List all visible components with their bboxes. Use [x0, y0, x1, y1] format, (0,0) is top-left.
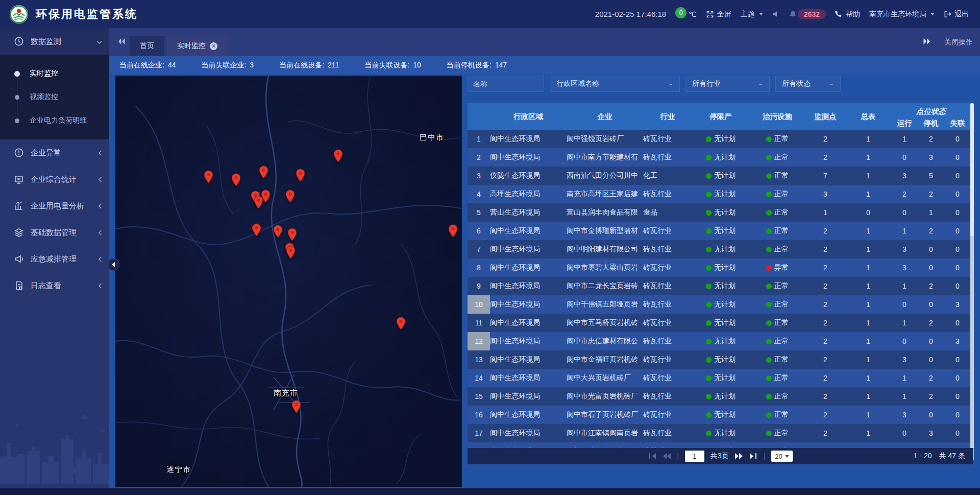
stat-item: 当前停机设备:147 [447, 61, 507, 70]
tabs-scroll-left-button[interactable] [117, 38, 126, 47]
sound-button[interactable] [772, 10, 780, 18]
sidebar-item[interactable]: 日志查看 [0, 272, 109, 299]
tabs-scroll-right-button[interactable] [923, 38, 931, 46]
sidebar-subitem[interactable]: 视频监控 [0, 85, 109, 109]
cell-facility: 正常 [749, 410, 805, 419]
table-row[interactable]: 13阆中生态环境局阆中市金福旺页岩机砖砖瓦行业无计划正常21300 [468, 350, 971, 369]
table-row[interactable]: 16阆中生态环境局阆中市石子页岩机砖厂砖瓦行业无计划正常21300 [468, 406, 971, 424]
table-row[interactable]: 4高坪生态环境局南充市高坪区王家店建砖瓦行业无计划正常31220 [468, 185, 971, 203]
org-dropdown[interactable]: 南充市生态环境局 [869, 10, 935, 19]
region-filter-select[interactable]: 行政区域名称⌄ [550, 76, 680, 92]
cell-run: 2 [891, 190, 918, 198]
table-row[interactable]: 11阆中生态环境局阆中市五马桥页岩机砖砖瓦行业无计划正常21120 [468, 314, 971, 332]
sidebar-item[interactable]: 企业用电量分析 [0, 193, 109, 219]
table-row[interactable]: 14阆中生态环境局阆中大兴页岩机砖厂砖瓦行业无计划正常21120 [468, 369, 971, 387]
notifications-button[interactable]: 2632 [789, 9, 826, 19]
name-filter-input[interactable] [468, 76, 544, 92]
sidebar-subitem[interactable]: 企业电力负荷明细 [0, 109, 109, 132]
map-pin-icon[interactable] [285, 190, 295, 203]
sidebar-item[interactable]: 数据监测 [0, 28, 109, 55]
row-index: 7 [468, 240, 490, 258]
page-number-input[interactable] [685, 451, 704, 462]
table-row[interactable]: 6阆中生态环境局阆中市金博瑞新型墙材砖瓦行业无计划正常21120 [468, 222, 971, 240]
sidebar-item[interactable]: 基础数据管理 [0, 219, 109, 246]
status-dot [766, 394, 772, 399]
map-pin-icon[interactable] [291, 400, 301, 414]
cell-facility: 正常 [749, 153, 805, 162]
cell-region: 阆中生态环境局 [490, 153, 567, 162]
cell-stop: 0 [918, 264, 944, 272]
map-pin-icon[interactable] [254, 196, 263, 209]
status-dot [706, 210, 712, 216]
tab-item[interactable]: 首页 [130, 36, 164, 56]
table-row[interactable]: 10阆中生态环境局阆中千佛镇五郎垭页岩砖瓦行业无计划正常21003 [468, 295, 971, 314]
cell-company: 阆中市江南镇阆南页岩 [567, 429, 643, 438]
map-pin-icon[interactable] [333, 149, 343, 163]
map-pin-icon[interactable] [396, 317, 406, 331]
table-row[interactable]: 5营山生态环境局营山县润丰肉食品有限食品无计划正常10010 [468, 203, 971, 222]
map-pin-icon[interactable] [252, 223, 261, 237]
cell-stop: 0 [918, 356, 944, 364]
row-index: 8 [468, 258, 490, 277]
sidebar-item[interactable]: 企业异常 [0, 139, 109, 166]
industry-filter-select[interactable]: 所有行业⌄ [685, 76, 770, 92]
cell-facility: 正常 [749, 208, 805, 217]
page-size-select[interactable]: 20 [771, 451, 792, 462]
sidebar-subitem[interactable]: 实时监控 [0, 62, 109, 85]
fullscreen-button[interactable]: 全屏 [706, 10, 731, 19]
cell-industry: 砖瓦行业 [643, 263, 692, 272]
cell-points: 2 [805, 356, 845, 364]
cell-stop: 2 [918, 282, 944, 290]
sidebar-item[interactable]: 企业综合统计 [0, 166, 109, 193]
last-page-button[interactable] [749, 453, 757, 459]
table-row[interactable]: 17阆中生态环境局阆中市江南镇阆南页岩砖瓦行业无计划正常21030 [468, 424, 971, 442]
main-area: 首页实时监控✕ 关闭操作 当前在线企业:44当前失联企业:3当前在线设备:211… [109, 28, 980, 488]
next-page-button[interactable] [735, 453, 743, 459]
map-pin-icon[interactable] [204, 170, 213, 184]
table-row[interactable]: 7阆中生态环境局阆中明阳建材有限公司砖瓦行业无计划正常21300 [468, 240, 971, 258]
map-pin-icon[interactable] [231, 173, 241, 187]
status-dot [766, 155, 772, 160]
cell-company: 营山县润丰肉食品有限 [567, 208, 643, 217]
map-roads [115, 76, 462, 487]
cell-meters: 1 [845, 319, 891, 327]
table-row[interactable]: 9阆中生态环境局阆中市二龙长宝页岩砖砖瓦行业无计划正常21120 [468, 277, 971, 295]
stat-value: 211 [328, 61, 339, 70]
map-pin-icon[interactable] [287, 228, 297, 242]
map-panel[interactable]: 巴中市南充市遂宁市 [115, 76, 462, 487]
map-pin-icon[interactable] [273, 225, 283, 239]
map-pin-icon[interactable] [259, 166, 268, 179]
status-filter-select[interactable]: 所有状态⌄ [775, 76, 841, 92]
table-row[interactable]: 1阆中生态环境局阆中强锐页岩砖厂砖瓦行业无计划正常21120 [468, 130, 971, 148]
map-pin-icon[interactable] [286, 246, 296, 260]
map-pin-icon[interactable] [296, 169, 305, 182]
status-dot [706, 412, 712, 418]
cell-stop: 0 [918, 337, 944, 345]
cell-points: 2 [805, 135, 845, 143]
cell-meters: 1 [845, 245, 891, 253]
theme-dropdown[interactable]: 主题 [741, 10, 763, 19]
table-row[interactable]: 12阆中生态环境局阆中市忠信建材有限公砖瓦行业无计划正常21003 [468, 332, 971, 350]
table-row[interactable]: 15阆中生态环境局阆中市光富页岩机砖厂砖瓦行业无计划正常21120 [468, 387, 971, 406]
cell-industry: 砖瓦行业 [643, 410, 692, 419]
table-scrollbar[interactable] [970, 103, 974, 461]
cell-region: 营山生态环境局 [490, 208, 567, 217]
prev-page-button[interactable] [663, 453, 671, 459]
logout-button[interactable]: 退出 [944, 10, 969, 19]
cell-stop: 3 [918, 429, 944, 437]
tab-active[interactable]: 实时监控✕ [167, 36, 228, 56]
sidebar-item[interactable]: 应急减排管理 [0, 246, 109, 272]
first-page-button[interactable] [648, 453, 656, 459]
cell-industry: 化工 [643, 171, 692, 180]
tab-close-icon[interactable]: ✕ [210, 42, 217, 50]
table-row[interactable]: 8阆中生态环境局阆中市枣碧大梁山页岩砖瓦行业无计划异常21300 [468, 258, 971, 277]
map-pin-icon[interactable] [448, 224, 458, 238]
tab-label: 首页 [140, 41, 154, 51]
tabbar-tabs: 首页实时监控✕ [130, 28, 228, 56]
cell-run: 0 [891, 337, 918, 345]
table-row[interactable]: 2阆中生态环境局阆中市南方节能建材有砖瓦行业无计划正常21030 [468, 148, 971, 167]
cell-run: 3 [891, 356, 918, 364]
close-operations-button[interactable]: 关闭操作 [944, 38, 973, 47]
help-button[interactable]: 帮助 [835, 10, 860, 19]
table-row[interactable]: 3仪陇生态环境局西南油气田分公司川中化工无计划正常71350 [468, 167, 971, 185]
